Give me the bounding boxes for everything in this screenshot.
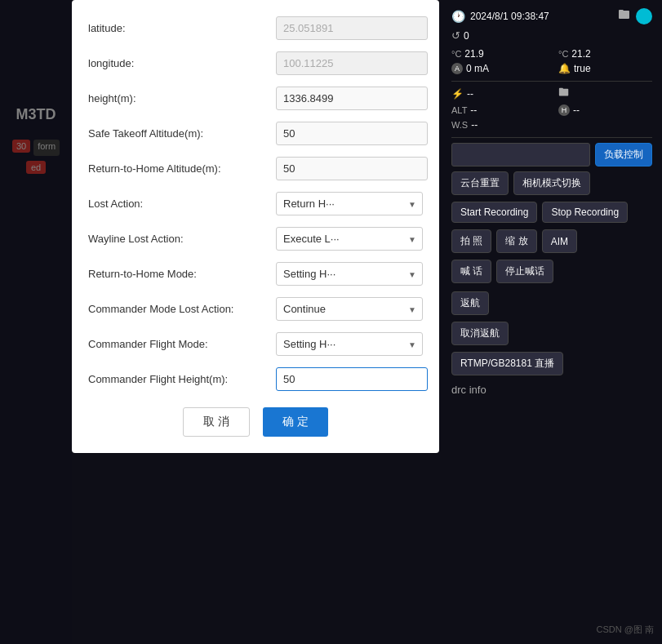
- right-panel: 🕐 2024/8/1 09:38:47 ↺ 0 °C 21.9 °C 21.2 …: [442, 0, 662, 404]
- rtmp-button[interactable]: RTMP/GB28181 直播: [451, 352, 563, 375]
- alt-ws-row: ⚡ -- ALT -- H -- W.S --: [451, 87, 652, 131]
- safe-takeoff-label: Safe Takeoff Altitude(m):: [88, 127, 268, 140]
- return-button[interactable]: 返航: [451, 291, 489, 315]
- nav-group: 返航: [451, 291, 652, 315]
- wayline-lost-row: Wayline Lost Action: Execute L··· Contin…: [88, 227, 423, 251]
- return-home-mode-wrapper: Setting H··· Real Time ▼: [276, 262, 423, 286]
- bool-icon: 🔔: [558, 63, 571, 74]
- current-label: A: [451, 63, 463, 74]
- height-label: height(m):: [88, 92, 268, 104]
- ws-value: --: [471, 119, 478, 131]
- cancel-button[interactable]: 取 消: [183, 407, 250, 437]
- return-home-alt-label: Return-to-Home Altitude(m):: [88, 162, 268, 175]
- latitude-input[interactable]: [276, 16, 428, 40]
- flight-params-modal: latitude: longitude: height(m): Safe Tak…: [72, 0, 439, 453]
- alt-value: --: [470, 104, 477, 116]
- lost-action-select[interactable]: Return H··· Hover Land: [276, 192, 423, 215]
- commander-flight-mode-label: Commander Flight Mode:: [88, 338, 268, 350]
- alt-label: ALT: [451, 105, 467, 115]
- bool-value: true: [574, 63, 591, 74]
- lost-action-label: Lost Action:: [88, 198, 268, 210]
- temp1-label: °C: [451, 49, 461, 59]
- commander-height-label: Commander Flight Height(m):: [88, 373, 268, 385]
- load-input[interactable]: [451, 143, 590, 167]
- return-home-alt-row: Return-to-Home Altitude(m):: [88, 157, 423, 180]
- status-indicator: [636, 8, 652, 24]
- drc-info: drc info: [451, 384, 652, 396]
- ws-metric: W.S --: [451, 119, 545, 131]
- longitude-label: longitude:: [88, 57, 268, 69]
- return-home-mode-select[interactable]: Setting H··· Real Time: [276, 262, 423, 286]
- safe-takeoff-input[interactable]: [276, 122, 428, 145]
- aim-button[interactable]: AIM: [542, 229, 577, 253]
- lost-action-row: Lost Action: Return H··· Hover Land ▼: [88, 192, 423, 215]
- camera-mode-button[interactable]: 相机模式切换: [513, 171, 590, 195]
- lost-action-wrapper: Return H··· Hover Land ▼: [276, 192, 423, 215]
- commander-lost-wrapper: Continue Hover Return Home ▼: [276, 297, 423, 321]
- gimbal-reset-button[interactable]: 云台重置: [451, 171, 509, 195]
- commander-flight-mode-wrapper: Setting H··· Real Time ▼: [276, 332, 423, 356]
- spacer: [558, 29, 575, 42]
- shout-group: 喊 话 停止喊话: [451, 260, 652, 283]
- load-control-row: 负载控制: [451, 143, 652, 167]
- temp1-value: 21.9: [464, 48, 483, 60]
- folder2-metric: [558, 87, 652, 101]
- footer-text: CSDN @图 南: [597, 624, 654, 636]
- temp2-label: °C: [558, 49, 568, 59]
- take-photo-button[interactable]: 拍 照: [451, 229, 491, 253]
- current-metric: A 0 mA: [451, 63, 545, 74]
- start-recording-button[interactable]: Start Recording: [451, 202, 537, 223]
- timestamp-value: 2024/8/1 09:38:47: [470, 11, 549, 22]
- latitude-row: latitude:: [88, 16, 423, 40]
- return-home-alt-input[interactable]: [276, 157, 428, 180]
- height-input[interactable]: [276, 87, 428, 110]
- refresh-icon: ↺: [451, 29, 460, 42]
- h-metric: H --: [558, 104, 652, 116]
- alt-metric: ALT --: [451, 104, 545, 116]
- commander-height-row: Commander Flight Height(m):: [88, 367, 423, 391]
- load-control-button[interactable]: 负载控制: [595, 143, 652, 167]
- temp-row: °C 21.9 °C 21.2 A 0 mA 🔔 true: [451, 48, 652, 74]
- wayline-lost-select[interactable]: Execute L··· Continue Hover: [276, 227, 423, 251]
- current-value: 0 mA: [466, 63, 489, 74]
- wayline-lost-wrapper: Execute L··· Continue Hover ▼: [276, 227, 423, 251]
- height-row: height(m):: [88, 87, 423, 110]
- temp2-value: 21.2: [571, 48, 590, 60]
- latitude-label: latitude:: [88, 22, 268, 34]
- refresh-value: 0: [464, 30, 469, 42]
- clock-icon: 🕐: [451, 10, 465, 23]
- safe-takeoff-row: Safe Takeoff Altitude(m):: [88, 122, 423, 145]
- ws-label: W.S: [451, 120, 468, 130]
- h-value: --: [573, 104, 580, 116]
- wayline-lost-label: Wayline Lost Action:: [88, 233, 268, 245]
- rtmp-group: RTMP/GB28181 直播: [451, 352, 652, 375]
- longitude-row: longitude:: [88, 51, 423, 75]
- stop-shout-button[interactable]: 停止喊话: [496, 260, 553, 283]
- shout-button[interactable]: 喊 话: [451, 260, 491, 283]
- return-home-mode-label: Return-to-Home Mode:: [88, 268, 268, 280]
- gimbal-camera-group: 云台重置 相机模式切换: [451, 171, 652, 195]
- separator2: [451, 137, 652, 138]
- lightning-icon: ⚡: [451, 88, 464, 100]
- lightning-value: --: [467, 88, 473, 100]
- commander-flight-mode-select[interactable]: Setting H··· Real Time: [276, 332, 423, 356]
- commander-flight-mode-row: Commander Flight Mode: Setting H··· Real…: [88, 332, 423, 356]
- recording-group: Start Recording Stop Recording: [451, 202, 652, 223]
- timestamp-row: 🕐 2024/8/1 09:38:47: [451, 8, 652, 24]
- confirm-button[interactable]: 确 定: [263, 407, 328, 437]
- commander-height-input[interactable]: [276, 367, 428, 391]
- modal-buttons: 取 消 确 定: [88, 407, 423, 437]
- stop-recording-button[interactable]: Stop Recording: [542, 202, 628, 223]
- separator1: [451, 81, 652, 82]
- h-icon: H: [558, 104, 570, 116]
- folder2-icon: [558, 87, 570, 101]
- commander-lost-label: Commander Mode Lost Action:: [88, 303, 268, 315]
- cancel-return-button[interactable]: 取消返航: [451, 322, 509, 345]
- zoom-button[interactable]: 缩 放: [496, 229, 536, 253]
- longitude-input[interactable]: [276, 51, 428, 75]
- commander-lost-select[interactable]: Continue Hover Return Home: [276, 297, 423, 321]
- refresh-metric: ↺ 0: [451, 29, 545, 42]
- cancel-return-group: 取消返航: [451, 322, 652, 345]
- temp2-metric: °C 21.2: [558, 48, 652, 60]
- return-home-mode-row: Return-to-Home Mode: Setting H··· Real T…: [88, 262, 423, 286]
